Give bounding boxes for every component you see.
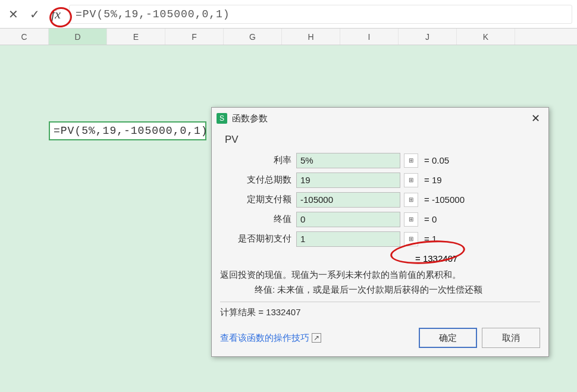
divider bbox=[220, 302, 540, 302]
column-header[interactable]: G bbox=[224, 29, 282, 45]
calculation-result: 计算结果 = 1332407 bbox=[220, 307, 540, 318]
param-row: 支付总期数 ⊞ = 19 bbox=[220, 170, 540, 190]
param-row: 定期支付额 ⊞ = -105000 bbox=[220, 190, 540, 209]
column-header[interactable]: H bbox=[282, 29, 340, 45]
param-result: = 0.05 bbox=[424, 155, 449, 165]
column-header[interactable]: C bbox=[0, 29, 49, 45]
function-arguments-dialog: S 函数参数 ✕ PV 利率 ⊞ = 0.05 支付总期数 ⊞ = 19 定期支… bbox=[211, 107, 549, 357]
external-link-icon: ↗ bbox=[312, 333, 321, 343]
fx-icon[interactable]: fx bbox=[48, 6, 64, 23]
param-result: = -105000 bbox=[424, 195, 465, 205]
param-row: 利率 ⊞ = 0.05 bbox=[220, 150, 540, 170]
dialog-title: 函数参数 bbox=[232, 113, 527, 124]
interim-result: = 1332407 bbox=[220, 253, 540, 264]
column-header[interactable]: I bbox=[340, 29, 399, 45]
column-header-row: C D E F G H I J K bbox=[0, 29, 577, 45]
param-row: 是否期初支付 ⊞ = 1 bbox=[220, 229, 540, 249]
param-label: 定期支付额 bbox=[220, 194, 296, 205]
param-input-pmt[interactable] bbox=[296, 192, 400, 208]
column-header[interactable]: F bbox=[165, 29, 224, 45]
param-row: 终值 ⊞ = 0 bbox=[220, 209, 540, 229]
accept-formula-icon[interactable]: ✓ bbox=[26, 6, 43, 23]
param-label: 支付总期数 bbox=[220, 174, 296, 186]
app-icon: S bbox=[217, 113, 227, 124]
cancel-button[interactable]: 取消 bbox=[482, 328, 540, 348]
param-input-nper[interactable] bbox=[296, 173, 400, 188]
param-label: 利率 bbox=[220, 155, 296, 166]
collapse-dialog-icon[interactable]: ⊞ bbox=[404, 193, 418, 207]
param-input-type[interactable] bbox=[296, 231, 400, 247]
help-link-text: 查看该函数的操作技巧 bbox=[220, 333, 309, 344]
function-description: 返回投资的现值。现值为一系列未来付款的当前值的累积和。 bbox=[220, 269, 540, 281]
dialog-titlebar[interactable]: S 函数参数 ✕ bbox=[212, 108, 548, 129]
param-result: = 19 bbox=[424, 175, 442, 185]
column-header[interactable]: E bbox=[107, 29, 165, 45]
param-input-fv[interactable] bbox=[296, 212, 400, 227]
help-link[interactable]: 查看该函数的操作技巧 ↗ bbox=[220, 333, 321, 344]
ok-button[interactable]: 确定 bbox=[419, 328, 477, 348]
collapse-dialog-icon[interactable]: ⊞ bbox=[404, 212, 418, 227]
close-icon[interactable]: ✕ bbox=[527, 110, 544, 127]
column-header[interactable]: D bbox=[49, 29, 107, 45]
column-header[interactable]: J bbox=[399, 29, 457, 45]
collapse-dialog-icon[interactable]: ⊞ bbox=[404, 232, 418, 246]
param-input-rate[interactable] bbox=[296, 153, 400, 168]
formula-input[interactable] bbox=[69, 5, 572, 24]
param-result: = 1 bbox=[424, 234, 437, 244]
active-cell[interactable]: =PV(5%,19,-105000,0,1) bbox=[49, 121, 206, 140]
param-result: = 0 bbox=[424, 214, 437, 224]
param-label: 终值 bbox=[220, 214, 296, 225]
param-description: 终值: 未来值，或是最后一次付款期后获得的一次性偿还额 bbox=[220, 284, 540, 296]
function-name: PV bbox=[220, 134, 540, 146]
collapse-dialog-icon[interactable]: ⊞ bbox=[404, 153, 418, 168]
param-label: 是否期初支付 bbox=[220, 233, 296, 244]
collapse-dialog-icon[interactable]: ⊞ bbox=[404, 173, 418, 187]
cancel-formula-icon[interactable]: ✕ bbox=[5, 6, 21, 23]
column-header[interactable]: K bbox=[457, 29, 515, 45]
formula-bar: ✕ ✓ fx bbox=[0, 0, 577, 29]
